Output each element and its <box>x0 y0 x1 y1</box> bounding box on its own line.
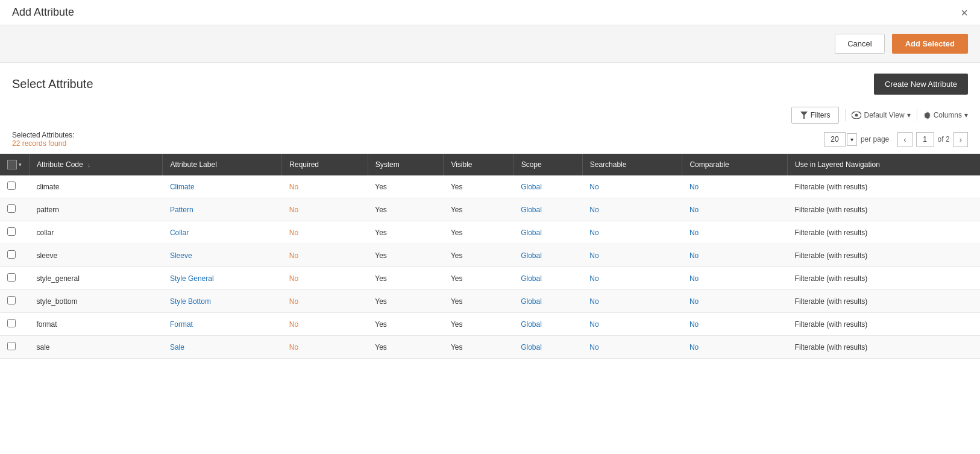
separator <box>845 109 846 121</box>
gear-icon <box>923 112 931 119</box>
row-code: sleeve <box>30 244 163 267</box>
columns-button[interactable]: Columns ▾ <box>923 111 968 119</box>
cancel-button[interactable]: Cancel <box>835 34 884 54</box>
table-row: format Format No Yes Yes Global No No Fi… <box>0 313 980 336</box>
controls-row: Filters Default View ▾ Columns ▾ <box>0 103 980 127</box>
row-checkbox-cell[interactable] <box>0 244 30 267</box>
row-checkbox[interactable] <box>7 181 16 190</box>
svg-marker-0 <box>800 112 808 119</box>
th-attribute-label[interactable]: Attribute Label <box>163 154 282 175</box>
table-row: climate Climate No Yes Yes Global No No … <box>0 175 980 198</box>
columns-dropdown-arrow[interactable]: ▾ <box>964 111 968 119</box>
row-system: Yes <box>368 290 444 313</box>
row-visible: Yes <box>444 267 514 290</box>
row-layered-nav: Filterable (with results) <box>788 244 980 267</box>
row-code: sale <box>30 336 163 359</box>
row-required: No <box>282 267 368 290</box>
row-checkbox[interactable] <box>7 227 16 236</box>
total-pages: 2 <box>946 135 950 143</box>
filters-button[interactable]: Filters <box>791 107 840 124</box>
row-layered-nav: Filterable (with results) <box>788 175 980 198</box>
row-scope: Global <box>514 175 582 198</box>
add-selected-button[interactable]: Add Selected <box>892 34 968 54</box>
row-checkbox[interactable] <box>7 342 16 350</box>
row-visible: Yes <box>444 198 514 221</box>
th-select-all[interactable]: ▾ <box>0 154 30 175</box>
view-dropdown-arrow[interactable]: ▾ <box>907 111 911 119</box>
page-size-arrow[interactable]: ▾ <box>847 133 857 146</box>
next-page-button[interactable]: › <box>953 132 968 147</box>
select-all-arrow[interactable]: ▾ <box>19 162 22 168</box>
page-size-select: 20 ▾ <box>824 132 857 147</box>
row-system: Yes <box>368 336 444 359</box>
row-scope: Global <box>514 336 582 359</box>
row-checkbox-cell[interactable] <box>0 267 30 290</box>
row-comparable: No <box>682 313 788 336</box>
row-scope: Global <box>514 267 582 290</box>
row-label[interactable]: Style Bottom <box>163 290 282 313</box>
th-required[interactable]: Required <box>282 154 368 175</box>
th-attribute-code[interactable]: Attribute Code ↓ <box>30 154 163 175</box>
table-row: collar Collar No Yes Yes Global No No Fi… <box>0 221 980 244</box>
table-header-row: ▾ Attribute Code ↓ Attribute Label Requi… <box>0 154 980 175</box>
th-scope[interactable]: Scope <box>514 154 582 175</box>
row-searchable: No <box>582 313 682 336</box>
create-new-attribute-button[interactable]: Create New Attribute <box>874 74 968 95</box>
row-code: pattern <box>30 198 163 221</box>
row-label[interactable]: Collar <box>163 221 282 244</box>
row-required: No <box>282 244 368 267</box>
row-checkbox-cell[interactable] <box>0 313 30 336</box>
th-comparable[interactable]: Comparable <box>682 154 788 175</box>
default-view-button[interactable]: Default View ▾ <box>852 111 910 119</box>
th-visible[interactable]: Visible <box>444 154 514 175</box>
row-label[interactable]: Sale <box>163 336 282 359</box>
prev-page-button[interactable]: ‹ <box>897 132 912 147</box>
row-checkbox[interactable] <box>7 250 16 259</box>
filter-icon <box>800 112 808 119</box>
row-required: No <box>282 313 368 336</box>
row-comparable: No <box>682 336 788 359</box>
row-checkbox[interactable] <box>7 204 16 213</box>
row-label[interactable]: Climate <box>163 175 282 198</box>
th-searchable[interactable]: Searchable <box>582 154 682 175</box>
row-checkbox-cell[interactable] <box>0 198 30 221</box>
row-searchable: No <box>582 221 682 244</box>
row-visible: Yes <box>444 175 514 198</box>
row-system: Yes <box>368 221 444 244</box>
row-visible: Yes <box>444 313 514 336</box>
row-label[interactable]: Style General <box>163 267 282 290</box>
close-icon[interactable]: × <box>961 7 968 19</box>
row-layered-nav: Filterable (with results) <box>788 198 980 221</box>
selected-attrs-label: Selected Attributes: <box>12 131 74 139</box>
records-info: Selected Attributes: 22 records found <box>12 131 74 148</box>
sort-icon: ↓ <box>87 161 91 168</box>
row-comparable: No <box>682 244 788 267</box>
row-checkbox-cell[interactable] <box>0 290 30 313</box>
row-system: Yes <box>368 267 444 290</box>
row-label[interactable]: Sleeve <box>163 244 282 267</box>
section-title: Select Attribute <box>12 77 93 91</box>
row-code: format <box>30 313 163 336</box>
select-all-checkbox[interactable] <box>7 160 17 169</box>
pagination-row: Selected Attributes: 22 records found 20… <box>0 127 980 154</box>
th-system[interactable]: System <box>368 154 444 175</box>
row-layered-nav: Filterable (with results) <box>788 336 980 359</box>
row-scope: Global <box>514 221 582 244</box>
row-checkbox[interactable] <box>7 273 16 282</box>
row-checkbox-cell[interactable] <box>0 221 30 244</box>
row-checkbox-cell[interactable] <box>0 175 30 198</box>
records-found: 22 records found <box>12 139 74 148</box>
attribute-table-wrap: ▾ Attribute Code ↓ Attribute Label Requi… <box>0 154 980 359</box>
row-label[interactable]: Format <box>163 313 282 336</box>
th-layered-nav[interactable]: Use in Layered Navigation <box>788 154 980 175</box>
row-checkbox-cell[interactable] <box>0 336 30 359</box>
row-checkbox[interactable] <box>7 319 16 327</box>
row-layered-nav: Filterable (with results) <box>788 313 980 336</box>
row-searchable: No <box>582 198 682 221</box>
svg-point-2 <box>855 114 858 117</box>
row-visible: Yes <box>444 221 514 244</box>
row-code: climate <box>30 175 163 198</box>
row-label[interactable]: Pattern <box>163 198 282 221</box>
current-page: 1 <box>916 132 934 147</box>
row-checkbox[interactable] <box>7 296 16 304</box>
